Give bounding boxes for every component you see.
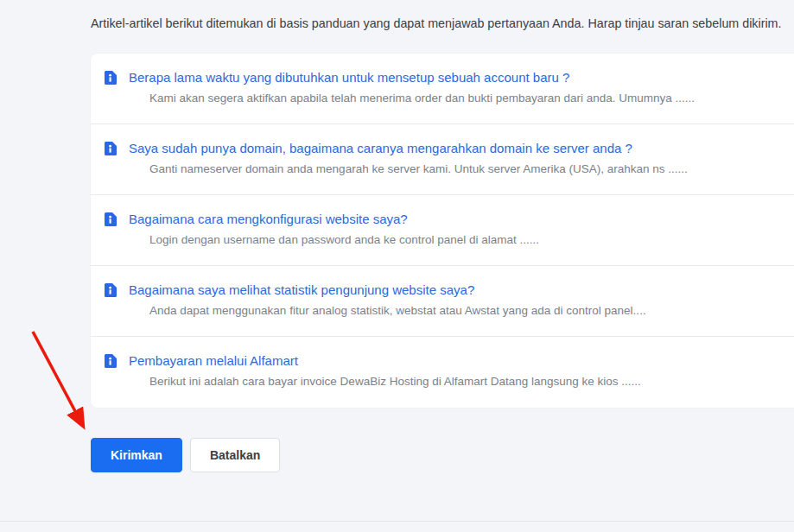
article-excerpt: Anda dapat menggunakan fitur analog stat… <box>149 303 646 319</box>
document-info-icon <box>105 212 117 226</box>
article-link[interactable]: Berapa lama waktu yang dibutuhkan untuk … <box>129 69 569 86</box>
article-row: Bagaimana cara mengkonfigurasi website s… <box>91 195 794 266</box>
document-info-icon <box>105 283 117 297</box>
suggestions-intro-text: Artikel-artikel berikut ditemukan di bas… <box>91 15 782 32</box>
document-info-icon <box>105 354 117 368</box>
article-link[interactable]: Bagaimana cara mengkonfigurasi website s… <box>129 211 408 228</box>
article-excerpt: Ganti nameserver domain anda mengarah ke… <box>149 162 688 177</box>
footer-divider <box>0 521 794 532</box>
article-link[interactable]: Pembayaran melalui Alfamart <box>129 352 298 370</box>
submit-button[interactable]: Kirimkan <box>91 438 182 472</box>
document-info-icon <box>105 71 117 85</box>
article-excerpt: Berikut ini adalah cara bayar invoice De… <box>149 374 641 390</box>
cancel-button[interactable]: Batalkan <box>190 438 280 472</box>
article-row: Berapa lama waktu yang dibutuhkan untuk … <box>91 54 794 124</box>
suggested-articles-panel: Berapa lama waktu yang dibutuhkan untuk … <box>91 54 794 408</box>
article-content: Bagaimana cara mengkonfigurasi website s… <box>129 211 539 248</box>
document-info-icon <box>105 142 117 155</box>
article-content: Berapa lama waktu yang dibutuhkan untuk … <box>129 69 695 106</box>
form-actions: Kirimkan Batalkan <box>91 438 280 472</box>
article-link[interactable]: Saya sudah punya domain, bagaimana caran… <box>129 140 632 157</box>
article-link[interactable]: Bagaimana saya melihat statistik pengunj… <box>129 282 474 299</box>
article-row: Bagaimana saya melihat statistik pengunj… <box>91 266 794 337</box>
article-row: Pembayaran melalui Alfamart Berikut ini … <box>91 337 794 408</box>
article-content: Bagaimana saya melihat statistik pengunj… <box>129 282 646 319</box>
article-excerpt: Kami akan segera aktifkan apabila telah … <box>149 91 695 106</box>
article-excerpt: Login dengan username dan password anda … <box>149 232 539 248</box>
article-row: Saya sudah punya domain, bagaimana caran… <box>91 124 794 195</box>
article-content: Saya sudah punya domain, bagaimana caran… <box>129 140 688 177</box>
article-content: Pembayaran melalui Alfamart Berikut ini … <box>129 352 641 390</box>
